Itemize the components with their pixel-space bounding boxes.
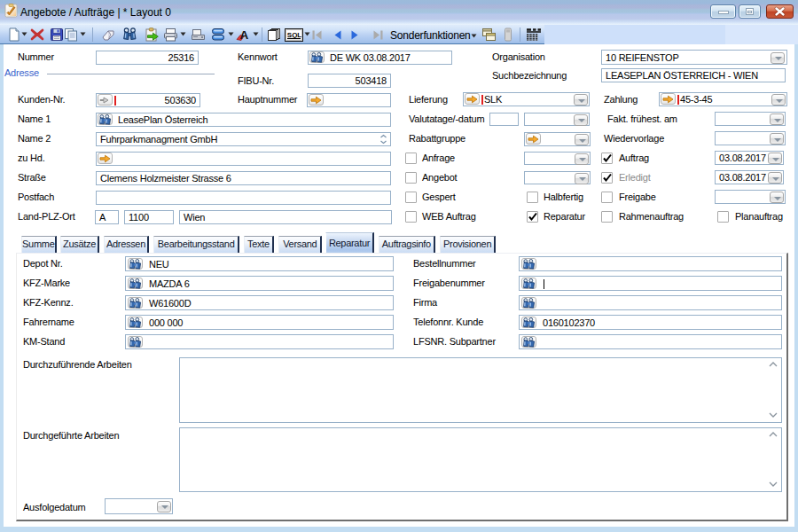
svg-text:SQL: SQL — [287, 31, 302, 39]
svg-text:A: A — [240, 28, 249, 42]
